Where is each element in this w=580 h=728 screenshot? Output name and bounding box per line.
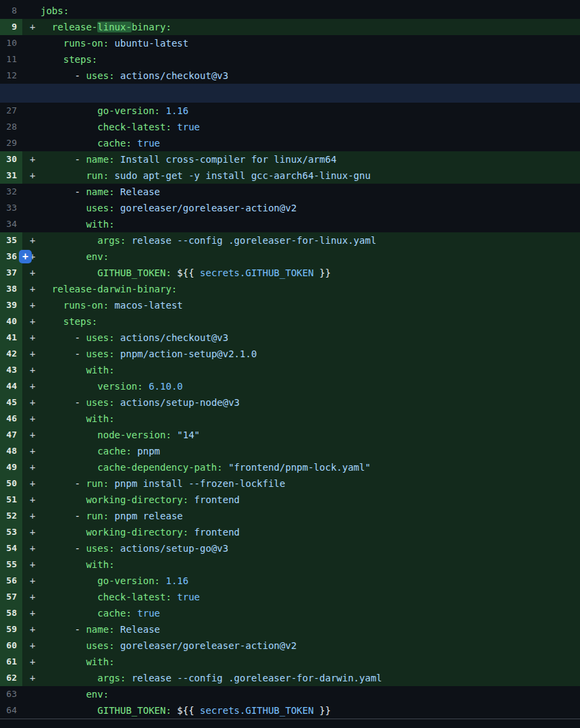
code-line: - run: pnpm release [41, 508, 580, 524]
code-line: go-version: 1.16 [41, 103, 580, 119]
diff-marker: + [22, 540, 41, 556]
line-number[interactable]: 32 [0, 184, 22, 200]
line-number[interactable]: 33 [0, 200, 22, 216]
line-number[interactable]: 57 [0, 589, 22, 605]
line-number[interactable]: 60 [0, 638, 22, 654]
code-line: - uses: pnpm/action-setup@v2.1.0 [41, 346, 580, 362]
line-number[interactable]: 27 [0, 103, 22, 119]
line-number[interactable]: 52 [0, 508, 22, 524]
code-token-pln [41, 138, 97, 149]
code-token-pln [41, 365, 86, 375]
line-number[interactable]: 39 [0, 297, 22, 313]
code-token-key: cache-dependency-path: [97, 462, 222, 473]
add-comment-button[interactable]: + [19, 250, 32, 263]
code-token-pln [41, 656, 86, 667]
diff-marker [22, 119, 41, 135]
code-token-key: run: [86, 170, 109, 181]
code-line: working-directory: frontend [41, 524, 580, 540]
diff-marker: + [22, 605, 41, 621]
line-number[interactable]: 58 [0, 605, 22, 621]
line-number[interactable]: 64 [0, 702, 22, 719]
diff-line: 49+ cache-dependency-path: "frontend/pnp… [0, 459, 580, 475]
code-token-pln: - [41, 397, 86, 408]
line-number[interactable]: 11 [0, 51, 22, 68]
code-line: node-version: "14" [41, 427, 580, 443]
code-line: uses: goreleaser/goreleaser-action@v2 [41, 638, 580, 654]
diff-marker [22, 103, 41, 119]
line-number[interactable]: 63 [0, 686, 22, 702]
line-number[interactable]: 51 [0, 492, 22, 508]
diff-line: 52+ - run: pnpm release [0, 508, 580, 524]
line-number[interactable]: 37 [0, 265, 22, 281]
code-token-key: uses: [86, 543, 114, 554]
line-number[interactable]: 12 [0, 68, 22, 84]
line-number[interactable]: 61 [0, 654, 22, 670]
diff-line: 47+ node-version: "14" [0, 427, 580, 443]
diff-line: 57+ check-latest: true [0, 589, 580, 605]
line-number[interactable]: 59 [0, 621, 22, 638]
diff-marker: + [22, 638, 41, 654]
line-number[interactable]: 47 [0, 427, 22, 443]
code-token-str: sudo apt-get -y install gcc-aarch64-linu… [115, 170, 371, 181]
line-number[interactable]: 28 [0, 119, 22, 135]
code-token-pln [143, 381, 149, 392]
line-number[interactable]: 41 [0, 330, 22, 346]
code-line: GITHUB_TOKEN: ${{ secrets.GITHUB_TOKEN }… [41, 265, 580, 281]
code-line: GITHUB_TOKEN: ${{ secrets.GITHUB_TOKEN }… [41, 702, 580, 719]
line-number[interactable]: 43 [0, 362, 22, 378]
line-number[interactable]: 54 [0, 540, 22, 556]
code-token-const: 1.16 [165, 575, 188, 586]
line-number[interactable]: 42 [0, 346, 22, 362]
diff-line: 45+ - uses: actions/setup-node@v3 [0, 394, 580, 411]
line-number[interactable]: 8 [0, 3, 22, 19]
line-number[interactable]: 40 [0, 313, 22, 330]
code-line: - uses: actions/checkout@v3 [41, 68, 580, 84]
line-number[interactable]: 55 [0, 556, 22, 573]
line-number[interactable]: 35 [0, 232, 22, 249]
diff-line: 61+ with: [0, 654, 580, 670]
code-token-pln [41, 575, 97, 586]
code-token-pln [41, 673, 97, 683]
line-number[interactable]: 34 [0, 216, 22, 232]
diff-marker [22, 702, 41, 719]
diff-line: 33 uses: goreleaser/goreleaser-action@v2 [0, 200, 580, 216]
code-token-key: uses: [86, 348, 114, 359]
code-token-pln: - [41, 478, 86, 489]
code-token-key: uses: [86, 203, 114, 213]
diff-marker [22, 184, 41, 200]
code-token-pln [41, 592, 97, 602]
diff-marker: + [22, 378, 41, 394]
code-token-key: go-version: [97, 105, 160, 116]
code-line: check-latest: true [41, 119, 580, 135]
line-number[interactable]: 62 [0, 670, 22, 686]
diff-line: 38+ release-darwin-binary: [0, 281, 580, 297]
line-number[interactable]: 50 [0, 475, 22, 492]
diff-line: 58+ cache: true [0, 605, 580, 621]
diff-line: 51+ working-directory: frontend [0, 492, 580, 508]
diff-line: 60+ uses: goreleaser/goreleaser-action@v… [0, 638, 580, 654]
line-number[interactable]: 56 [0, 573, 22, 589]
code-token-key: run: [86, 511, 109, 521]
code-token-key: name: [86, 624, 114, 635]
line-number[interactable]: 53 [0, 524, 22, 540]
code-token-pln [41, 413, 86, 424]
line-number[interactable]: 10 [0, 35, 22, 51]
code-token-pln [115, 348, 120, 359]
line-number[interactable]: 44 [0, 378, 22, 394]
line-number[interactable]: 30 [0, 151, 22, 167]
expand-hunk-row[interactable] [0, 84, 580, 103]
line-number[interactable]: 29 [0, 135, 22, 151]
diff-marker: + [22, 654, 41, 670]
code-token-key: with: [86, 365, 114, 375]
diff-line: 56+ go-version: 1.16 [0, 573, 580, 589]
code-token-const: secrets.GITHUB_TOKEN [200, 267, 314, 278]
line-number[interactable]: 45 [0, 394, 22, 411]
line-number[interactable]: 31 [0, 167, 22, 184]
line-number[interactable]: 48 [0, 443, 22, 459]
line-number[interactable]: 49 [0, 459, 22, 475]
line-number[interactable]: 46 [0, 411, 22, 427]
line-number[interactable]: 9 [0, 19, 22, 35]
line-number[interactable]: 38 [0, 281, 22, 297]
code-token-pln [115, 640, 120, 651]
code-token-str: actions/checkout@v3 [120, 70, 228, 81]
